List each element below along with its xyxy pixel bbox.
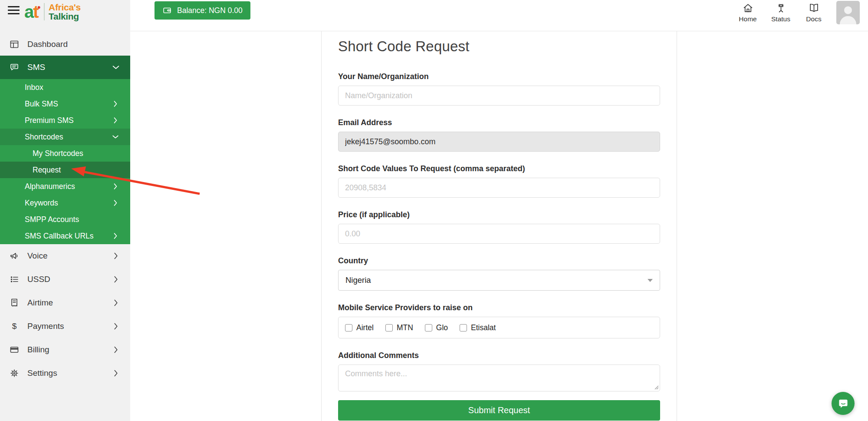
hamburger-menu-icon[interactable] xyxy=(8,6,20,17)
email-field[interactable] xyxy=(338,132,660,152)
sidebar-item-premium-sms[interactable]: Premium SMS xyxy=(0,112,130,129)
country-select[interactable]: Nigeria xyxy=(338,270,660,291)
page-title: Short Code Request xyxy=(338,38,660,55)
glo-checkbox[interactable] xyxy=(425,324,432,331)
home-icon xyxy=(742,2,754,14)
top-bar: Balance: NGN 0.00 Home Status Docs xyxy=(130,0,868,31)
chevron-right-icon xyxy=(111,116,120,125)
chevron-right-icon xyxy=(111,368,121,378)
sidebar-item-sms-callback-urls[interactable]: SMS Callback URLs xyxy=(0,228,130,244)
chat-bubble-icon xyxy=(837,398,849,410)
chevron-right-icon xyxy=(111,232,120,240)
chevron-down-icon xyxy=(111,63,121,72)
nav-docs[interactable]: Docs xyxy=(802,2,826,23)
mtn-checkbox[interactable] xyxy=(385,324,393,331)
resize-handle-icon[interactable] xyxy=(654,385,659,390)
logo-wordmark: Africa's Talking xyxy=(49,3,81,21)
africastalking-logo[interactable]: at ● Africa's Talking xyxy=(24,1,81,22)
providers-label: Mobile Service Providers to raise on xyxy=(338,303,660,312)
sidebar-item-dashboard[interactable]: Dashboard xyxy=(0,33,130,56)
chevron-right-icon xyxy=(111,199,120,207)
nav-home[interactable]: Home xyxy=(736,2,760,23)
sidebar-item-alphanumerics[interactable]: Alphanumerics xyxy=(0,178,130,195)
chevron-right-icon xyxy=(111,275,121,284)
provider-option-mtn: MTN xyxy=(385,323,413,332)
airtel-checkbox[interactable] xyxy=(345,324,352,331)
country-field-group: Country Nigeria xyxy=(338,256,660,291)
etisalat-checkbox[interactable] xyxy=(460,324,467,331)
chevron-down-icon xyxy=(111,133,120,141)
top-nav: Home Status Docs xyxy=(736,2,826,23)
sms-submenu: Inbox Bulk SMS Premium SMS Shortcodes My… xyxy=(0,79,130,244)
airtime-icon xyxy=(9,298,20,308)
chevron-right-icon xyxy=(111,182,120,191)
voice-icon xyxy=(9,251,20,261)
email-label: Email Address xyxy=(338,118,660,127)
provider-option-airtel: Airtel xyxy=(345,323,374,332)
price-field-group: Price (if applicable) xyxy=(338,210,660,244)
comments-textarea[interactable] xyxy=(338,365,660,391)
providers-box: Airtel MTN Glo Etisalat xyxy=(338,317,660,338)
chevron-right-icon xyxy=(111,99,120,108)
chat-launcher-button[interactable] xyxy=(832,392,855,415)
docs-icon xyxy=(808,2,820,14)
svg-text:$: $ xyxy=(12,322,17,331)
price-label: Price (if applicable) xyxy=(338,210,660,219)
comments-field-group: Additional Comments xyxy=(338,351,660,391)
sms-icon xyxy=(9,62,20,73)
sidebar-item-my-shortcodes[interactable]: My Shortcodes xyxy=(0,145,130,162)
logo-at-glyph: at xyxy=(24,1,38,22)
country-label: Country xyxy=(338,256,660,265)
main-content: Short Code Request Your Name/Organizatio… xyxy=(130,31,868,421)
price-input[interactable] xyxy=(338,224,660,244)
chevron-right-icon xyxy=(111,298,121,308)
provider-option-glo: Glo xyxy=(425,323,448,332)
sidebar-item-inbox[interactable]: Inbox xyxy=(0,79,130,96)
balance-button[interactable]: Balance: NGN 0.00 xyxy=(155,1,250,20)
sidebar-item-keywords[interactable]: Keywords xyxy=(0,195,130,211)
sidebar-item-smpp-accounts[interactable]: SMPP Accounts xyxy=(0,211,130,228)
ussd-icon xyxy=(9,274,20,285)
sidebar-item-payments[interactable]: $ Payments xyxy=(0,315,130,338)
country-selected-value: Nigeria xyxy=(345,275,371,285)
logo-dots: ● xyxy=(37,3,41,10)
sidebar-item-shortcodes[interactable]: Shortcodes xyxy=(0,129,130,145)
submit-request-button[interactable]: Submit Request xyxy=(338,400,660,421)
sidebar-item-airtime[interactable]: Airtime xyxy=(0,291,130,315)
gear-icon xyxy=(9,368,20,378)
sidebar-item-voice[interactable]: Voice xyxy=(0,244,130,268)
sidebar-item-settings[interactable]: Settings xyxy=(0,361,130,385)
sidebar-item-request[interactable]: Request xyxy=(0,162,130,178)
comments-label: Additional Comments xyxy=(338,351,660,360)
name-label: Your Name/Organization xyxy=(338,72,660,81)
sidebar-item-billing[interactable]: Billing xyxy=(0,338,130,361)
logo-divider xyxy=(44,3,45,20)
shortcode-values-label: Short Code Values To Request (comma sepa… xyxy=(338,164,660,173)
dashboard-icon xyxy=(9,39,20,50)
payments-icon: $ xyxy=(9,321,20,331)
email-field-group: Email Address xyxy=(338,118,660,152)
shortcode-values-field-group: Short Code Values To Request (comma sepa… xyxy=(338,164,660,198)
chevron-down-icon xyxy=(648,279,653,282)
chevron-right-icon xyxy=(111,322,121,331)
name-input[interactable] xyxy=(338,86,660,106)
provider-option-etisalat: Etisalat xyxy=(460,323,496,332)
name-field-group: Your Name/Organization xyxy=(338,72,660,106)
sidebar-item-sms[interactable]: SMS xyxy=(0,56,130,79)
sidebar-nav: Dashboard SMS Inbox Bulk SMS Premium SMS xyxy=(0,33,130,385)
avatar[interactable] xyxy=(836,1,860,24)
sidebar-item-bulk-sms[interactable]: Bulk SMS xyxy=(0,96,130,112)
status-icon xyxy=(775,2,787,14)
providers-field-group: Mobile Service Providers to raise on Air… xyxy=(338,303,660,338)
chevron-right-icon xyxy=(111,345,121,355)
shortcode-request-panel: Short Code Request Your Name/Organizatio… xyxy=(321,31,677,421)
chevron-right-icon xyxy=(111,251,121,261)
billing-icon xyxy=(9,345,20,355)
sidebar: at ● Africa's Talking Dashboard SMS Inb xyxy=(0,0,130,421)
sidebar-item-ussd[interactable]: USSD xyxy=(0,268,130,291)
nav-status[interactable]: Status xyxy=(769,2,793,23)
shortcode-values-input[interactable] xyxy=(338,178,660,198)
wallet-icon xyxy=(162,6,172,15)
